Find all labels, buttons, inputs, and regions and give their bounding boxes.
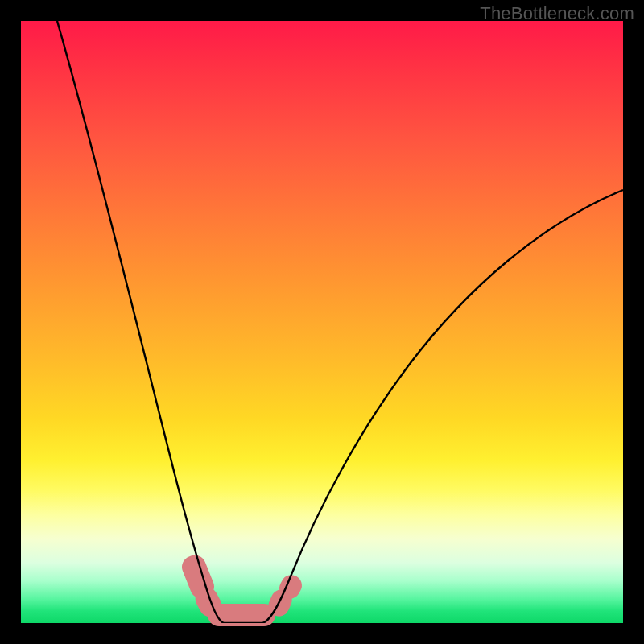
chart-frame: TheBottleneck.com [0, 0, 644, 644]
plot-area [21, 21, 623, 623]
curve-path [57, 21, 623, 623]
watermark-text: TheBottleneck.com [480, 3, 634, 24]
bottleneck-curve [21, 21, 623, 623]
